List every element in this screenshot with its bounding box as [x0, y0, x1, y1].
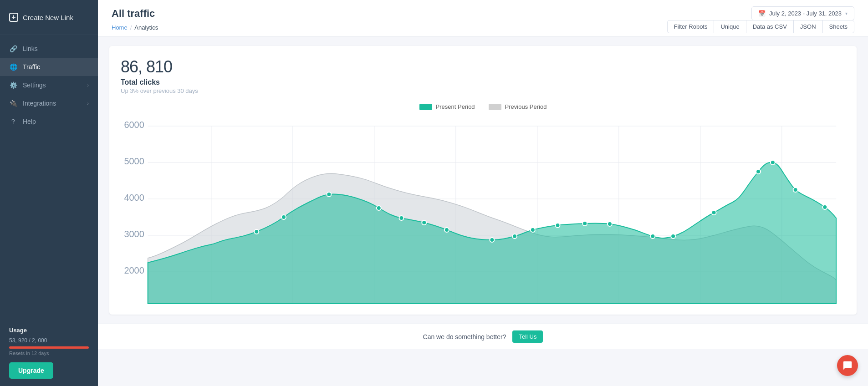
date-range-label: July 2, 2023 - July 31, 2023: [769, 10, 842, 17]
sidebar: + Create New Link 🔗 Links 🌐 Traffic ⚙️ S…: [0, 0, 98, 386]
svg-point-31: [608, 222, 612, 226]
data-as-csv-button[interactable]: Data as CSV: [746, 20, 794, 33]
usage-bar-background: [9, 346, 89, 349]
breadcrumb-home[interactable]: Home: [112, 24, 128, 31]
svg-point-28: [531, 228, 535, 232]
footer-text: Can we do something better?: [423, 333, 506, 340]
usage-reset-text: Resets in 12 days: [9, 350, 89, 356]
svg-point-24: [422, 220, 426, 225]
total-clicks-label: Total clicks: [121, 78, 845, 86]
present-period-label: Present Period: [436, 103, 475, 110]
previous-period-label: Previous Period: [505, 103, 547, 110]
svg-point-37: [793, 188, 798, 192]
total-clicks-number: 86, 810: [121, 57, 845, 76]
chat-bubble-button[interactable]: [837, 355, 858, 376]
sidebar-help-label: Help: [23, 118, 36, 125]
svg-text:5000: 5000: [124, 156, 144, 166]
svg-text:6000: 6000: [124, 120, 144, 130]
present-period-swatch: [419, 104, 432, 110]
svg-point-36: [771, 160, 775, 165]
chevron-right-icon: ›: [87, 101, 89, 106]
sidebar-item-settings[interactable]: ⚙️ Settings ›: [0, 76, 98, 94]
chevron-icon: ›: [87, 82, 89, 88]
create-link-label: Create New Link: [23, 14, 73, 21]
svg-text:2000: 2000: [124, 265, 144, 275]
total-clicks-subtitle: Up 3% over previous 30 days: [121, 87, 845, 94]
page-header: All traffic 📅 July 2, 2023 - July 31, 20…: [98, 0, 868, 37]
chart-legend: Present Period Previous Period: [121, 103, 845, 110]
footer-feedback-bar: Can we do something better? Tell Us: [98, 324, 868, 349]
integrations-icon: 🔌: [9, 100, 17, 107]
content-area: 86, 810 Total clicks Up 3% over previous…: [98, 37, 868, 386]
svg-point-34: [712, 210, 716, 215]
tell-us-button[interactable]: Tell Us: [512, 330, 543, 343]
header-actions: Filter Robots Unique Data as CSV JSON Sh…: [668, 20, 854, 33]
usage-bar-fill: [9, 346, 89, 349]
usage-section: Usage 53, 920 / 2, 000 Resets in 12 days…: [0, 320, 98, 386]
breadcrumb-current: Analytics: [134, 24, 158, 31]
date-range-button[interactable]: 📅 July 2, 2023 - July 31, 2023 ▾: [751, 6, 854, 20]
chart-container: 86, 810 Total clicks Up 3% over previous…: [109, 46, 857, 315]
calendar-icon: 📅: [758, 10, 766, 17]
svg-point-32: [650, 234, 655, 239]
filter-robots-button[interactable]: Filter Robots: [667, 20, 715, 33]
sidebar-integrations-label: Integrations: [23, 100, 56, 107]
plus-icon: +: [9, 13, 18, 22]
header-top: All traffic 📅 July 2, 2023 - July 31, 20…: [112, 6, 854, 20]
svg-point-22: [377, 206, 381, 210]
svg-point-26: [490, 238, 494, 242]
svg-point-30: [582, 221, 587, 226]
previous-period-swatch: [489, 104, 501, 110]
traffic-chart: 6000 5000 4000 3000 2000: [121, 117, 845, 308]
svg-text:3000: 3000: [124, 229, 144, 239]
create-new-link-button[interactable]: + Create New Link: [0, 0, 98, 35]
breadcrumb-separator: /: [130, 24, 132, 31]
help-icon: ?: [9, 118, 17, 125]
usage-count: 53, 920 / 2, 000: [9, 337, 89, 344]
svg-text:4000: 4000: [124, 193, 144, 203]
sheets-button[interactable]: Sheets: [822, 20, 854, 33]
chat-icon: [842, 361, 853, 371]
sidebar-nav: 🔗 Links 🌐 Traffic ⚙️ Settings › 🔌 Integr…: [0, 35, 98, 320]
sidebar-item-help[interactable]: ? Help: [0, 112, 98, 131]
svg-point-21: [327, 192, 331, 197]
svg-point-29: [556, 223, 560, 228]
svg-point-19: [254, 229, 259, 234]
usage-label: Usage: [9, 327, 89, 334]
svg-point-25: [444, 228, 449, 232]
upgrade-button[interactable]: Upgrade: [9, 362, 53, 379]
svg-point-20: [281, 215, 286, 219]
sidebar-item-integrations[interactable]: 🔌 Integrations ›: [0, 94, 98, 112]
svg-point-23: [399, 216, 404, 220]
unique-button[interactable]: Unique: [714, 20, 746, 33]
main-content: All traffic 📅 July 2, 2023 - July 31, 20…: [98, 0, 868, 386]
svg-point-27: [512, 234, 517, 239]
sidebar-settings-label: Settings: [23, 81, 46, 89]
page-title: All traffic: [112, 8, 155, 20]
legend-previous: Previous Period: [489, 103, 547, 110]
dropdown-chevron-icon: ▾: [845, 11, 848, 16]
json-button[interactable]: JSON: [793, 20, 823, 33]
legend-present: Present Period: [419, 103, 475, 110]
traffic-icon: 🌐: [9, 63, 17, 71]
sidebar-links-label: Links: [23, 45, 38, 52]
link-icon: 🔗: [9, 45, 17, 52]
sidebar-item-links[interactable]: 🔗 Links: [0, 40, 98, 58]
sidebar-item-traffic[interactable]: 🌐 Traffic: [0, 58, 98, 76]
svg-point-33: [671, 234, 675, 239]
sidebar-traffic-label: Traffic: [23, 63, 40, 71]
svg-point-35: [756, 169, 761, 174]
svg-point-38: [822, 205, 827, 209]
settings-icon: ⚙️: [9, 81, 17, 89]
